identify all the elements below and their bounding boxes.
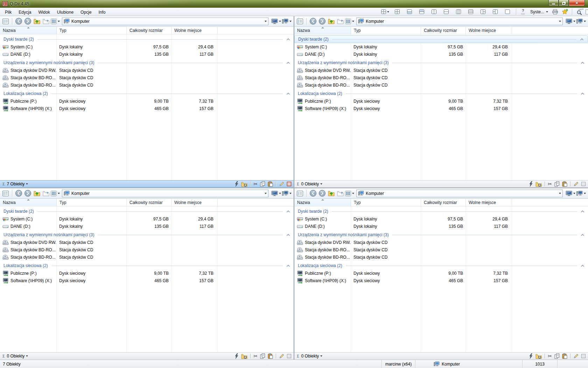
column-header-wolne-miejsce[interactable]: Wolne miejsce	[466, 199, 512, 206]
group-header-dyski-twarde-2[interactable]: Dyski twarde (2)	[294, 35, 588, 43]
maximize-button[interactable]	[559, 0, 569, 6]
column-header-ca-kowity-rozmiar[interactable]: Całkowity rozmiar	[127, 27, 172, 34]
view-mode-button[interactable]	[51, 17, 60, 26]
file-row-dane-d[interactable]: DANE (D:)Dysk lokalny135 GB117 GB	[0, 223, 294, 230]
column-header-ca-kowity-rozmiar[interactable]: Całkowity rozmiar	[127, 199, 172, 206]
flash-icon[interactable]	[234, 353, 239, 359]
address-dropdown-icon[interactable]	[265, 193, 267, 194]
layout-quad-icon[interactable]	[379, 8, 391, 16]
folder-refresh-icon[interactable]	[241, 182, 247, 187]
browse-folder-icon[interactable]: ?	[336, 17, 344, 26]
cut-icon[interactable]: ✂	[253, 354, 258, 359]
collapse-chevron-icon[interactable]	[286, 62, 290, 64]
copy-icon[interactable]	[260, 181, 265, 187]
app-logo-icon[interactable]	[2, 1, 8, 6]
column-header-wolne-miejsce[interactable]: Wolne miejsce	[466, 27, 512, 34]
pane-source-button[interactable]	[576, 17, 586, 26]
up-folder-icon[interactable]	[33, 189, 41, 198]
favorites-star-icon[interactable]	[560, 9, 570, 15]
display-style-button[interactable]	[566, 17, 575, 26]
details-view-icon[interactable]	[296, 189, 304, 198]
folder-refresh-icon[interactable]	[536, 182, 542, 187]
selection-icon[interactable]	[287, 354, 291, 358]
layout-rows-3-icon[interactable]	[465, 8, 477, 16]
layout-rows-2-icon[interactable]	[440, 8, 453, 16]
folder-refresh-icon[interactable]	[241, 354, 247, 359]
printer-icon[interactable]	[550, 9, 560, 15]
column-header-wolne-miejsce[interactable]: Wolne miejsce	[172, 199, 218, 206]
column-header-typ[interactable]: Typ	[351, 199, 421, 206]
display-style-button[interactable]	[271, 189, 281, 198]
menu-opcje[interactable]: Opcje	[77, 9, 95, 16]
flash-icon[interactable]	[529, 181, 533, 187]
layout-columns-3-icon[interactable]	[453, 8, 465, 16]
rename-icon[interactable]	[573, 181, 579, 187]
group-header-urz-dzenia-z-wymiennymi-no-nikami-pami-ci-3[interactable]: Urządzenia z wymiennymi nośnikami pamięc…	[294, 231, 588, 239]
collapse-chevron-icon[interactable]	[581, 210, 584, 213]
column-header-ca-kowity-rozmiar[interactable]: Całkowity rozmiar	[421, 27, 466, 34]
view-mode-button[interactable]	[345, 189, 354, 198]
column-header-typ[interactable]: Typ	[57, 27, 127, 34]
file-row-stacja-dysk-w-bd-ro[interactable]: Stacja dysków BD-RO...Stacja dysków CD	[0, 81, 294, 89]
close-button[interactable]: ×	[569, 0, 585, 6]
layout-right-split-icon[interactable]	[489, 8, 502, 16]
file-row-publiczne-p[interactable]: Publiczne (P:)Dysk sieciowy9,00 TB7,32 T…	[294, 270, 588, 277]
details-view-icon[interactable]	[296, 17, 304, 26]
file-row-system-c[interactable]: System (C:)Dysk lokalny97,5 GB29,4 GB	[0, 43, 294, 50]
display-style-button[interactable]	[271, 17, 281, 26]
cut-icon[interactable]: ✂	[548, 354, 552, 359]
group-header-urz-dzenia-z-wymiennymi-no-nikami-pami-ci-3[interactable]: Urządzenia z wymiennymi nośnikami pamięc…	[294, 59, 588, 67]
file-row-software-hp09-x[interactable]: Software (\\HP09) (X:)Dysk sieciowy465 G…	[0, 105, 294, 112]
file-row-stacja-dysk-w-dvd-rw[interactable]: Stacja dysków DVD RW...Stacja dysków CD	[0, 67, 294, 74]
browse-folder-icon[interactable]: ?	[336, 189, 344, 198]
browse-folder-icon[interactable]: ?	[42, 189, 50, 198]
cut-icon[interactable]: ✂	[548, 182, 552, 186]
group-header-dyski-twarde-2[interactable]: Dyski twarde (2)	[0, 207, 294, 215]
file-row-dane-d[interactable]: DANE (D:)Dysk lokalny135 GB117 GB	[0, 50, 294, 58]
back-icon[interactable]	[309, 17, 317, 26]
back-icon[interactable]	[309, 189, 317, 198]
column-header-nazwa[interactable]: Nazwa	[294, 199, 351, 206]
file-row-stacja-dysk-w-bd-ro[interactable]: Stacja dysków BD-RO...Stacja dysków CD	[0, 253, 294, 261]
collapse-chevron-icon[interactable]	[581, 93, 584, 95]
browse-folder-icon[interactable]: ?	[42, 17, 50, 26]
collapse-chevron-icon[interactable]	[581, 265, 584, 267]
chevron-down-icon[interactable]	[26, 355, 28, 357]
chevron-down-icon[interactable]	[320, 355, 322, 357]
pane-source-button[interactable]	[282, 189, 292, 198]
chevron-down-icon[interactable]	[320, 183, 322, 185]
file-row-software-hp09-x[interactable]: Software (\\HP09) (X:)Dysk sieciowy465 G…	[0, 277, 294, 284]
menu-info[interactable]: Info	[95, 9, 109, 16]
file-row-dane-d[interactable]: DANE (D:)Dysk lokalny135 GB117 GB	[294, 50, 588, 58]
minimize-button[interactable]	[548, 0, 559, 6]
group-header-urz-dzenia-z-wymiennymi-no-nikami-pami-ci-3[interactable]: Urządzenia z wymiennymi nośnikami pamięc…	[0, 231, 294, 239]
address-bar[interactable]: Komputer	[356, 18, 563, 25]
column-header-nazwa[interactable]: Nazwa	[294, 27, 351, 34]
up-folder-icon[interactable]	[327, 189, 335, 198]
file-row-stacja-dysk-w-dvd-rw[interactable]: Stacja dysków DVD RW...Stacja dysków CD	[294, 239, 588, 246]
file-row-system-c[interactable]: System (C:)Dysk lokalny97,5 GB29,4 GB	[294, 215, 588, 223]
file-row-publiczne-p[interactable]: Publiczne (P:)Dysk sieciowy9,00 TB7,32 T…	[0, 97, 294, 105]
file-row-stacja-dysk-w-dvd-rw[interactable]: Stacja dysków DVD RW...Stacja dysków CD	[0, 239, 294, 246]
collapse-chevron-icon[interactable]	[580, 38, 584, 41]
address-dropdown-icon[interactable]	[559, 193, 561, 194]
pane-source-button[interactable]	[576, 189, 586, 198]
file-row-publiczne-p[interactable]: Publiczne (P:)Dysk sieciowy9,00 TB7,32 T…	[0, 270, 294, 277]
column-header-nazwa[interactable]: Nazwa	[0, 199, 57, 206]
address-dropdown-icon[interactable]	[559, 21, 561, 22]
address-dropdown-icon[interactable]	[265, 21, 267, 22]
paste-icon[interactable]	[268, 181, 273, 187]
menu-plik[interactable]: Plik	[1, 9, 15, 16]
column-header-typ[interactable]: Typ	[351, 27, 421, 34]
file-row-stacja-dysk-w-bd-ro[interactable]: Stacja dysków BD-RO...Stacja dysków CD	[294, 74, 588, 81]
menu-widok[interactable]: Widok	[35, 9, 53, 16]
flash-icon[interactable]	[234, 181, 239, 187]
clipped-toolbar-icon[interactable]	[586, 9, 588, 14]
back-icon[interactable]	[14, 17, 23, 26]
paste-icon[interactable]	[562, 181, 567, 187]
rename-icon[interactable]	[279, 181, 285, 187]
copy-icon[interactable]	[554, 181, 560, 187]
cut-icon[interactable]: ✂	[253, 182, 258, 186]
group-header-dyski-twarde-2[interactable]: Dyski twarde (2)	[0, 35, 294, 43]
paste-icon[interactable]	[562, 353, 567, 359]
